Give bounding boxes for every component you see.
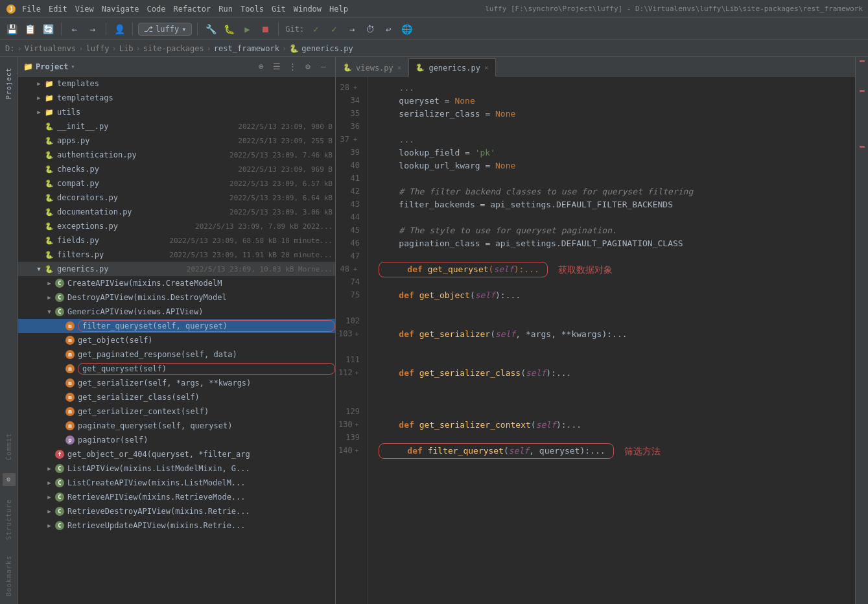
git-check1[interactable]: ✓ <box>308 21 323 37</box>
bc-lib[interactable]: Lib <box>119 44 134 53</box>
tree-exceptions[interactable]: ▶ 🐍 exceptions.py 2022/5/13 23:09, 7.89 … <box>18 219 335 233</box>
code-editor[interactable]: ... queryset = None serializer_class = N… <box>368 76 855 604</box>
panel-hide-btn[interactable]: — <box>317 60 330 73</box>
tree-get-paginated[interactable]: ▶ m get_paginated_response(self, data) <box>18 347 335 362</box>
bc-rest-framework[interactable]: rest_framework <box>214 44 279 53</box>
tree-filters[interactable]: ▶ 🐍 filters.py 2022/5/13 23:09, 11.91 kB… <box>18 248 335 262</box>
user-btn[interactable]: 👤 <box>111 21 127 37</box>
bc-site-packages[interactable]: site-packages <box>143 44 204 53</box>
tree-generic-api-view[interactable]: ▼ C GenericAPIView(views.APIView) <box>18 305 335 319</box>
menu-help[interactable]: Help <box>329 5 348 14</box>
git-check2[interactable]: ✓ <box>326 21 342 37</box>
tree-destroy-api-view[interactable]: ▶ C DestroyAPIView(mixins.DestroyModel <box>18 290 335 305</box>
tree-retrieve-update[interactable]: ▶ C RetrieveUpdateAPIView(mixins.Retrie.… <box>18 518 335 533</box>
tab-generics[interactable]: 🐍 generics.py × <box>408 58 495 76</box>
tab-views-close[interactable]: × <box>397 64 402 72</box>
back-btn[interactable]: ← <box>67 21 82 37</box>
fold-28[interactable]: + <box>351 84 360 93</box>
bc-d[interactable]: D: <box>5 44 14 53</box>
sidebar-structure-label[interactable]: Structure <box>3 496 15 542</box>
meta-fields: 2022/5/13 23:09, 68.58 kB 18 minute... <box>169 237 333 245</box>
stop-btn[interactable]: ⏹ <box>257 21 273 37</box>
sidebar-icon-btn[interactable]: ⚙ <box>3 473 16 486</box>
icon-paginator: p <box>65 435 75 445</box>
fold-140[interactable]: + <box>354 447 360 456</box>
code-48-def: def get_queryset(self):... <box>387 264 539 274</box>
icon-get-obj-404: f <box>54 449 65 459</box>
ln-111: 111 <box>338 354 365 367</box>
tree-get-serializer-context[interactable]: ▶ m get_serializer_context(self) <box>18 404 335 419</box>
tree-decorators[interactable]: ▶ 🐍 decorators.py 2022/5/13 23:09, 6.64 … <box>18 191 335 205</box>
sidebar-bookmarks-label[interactable]: Bookmarks <box>3 553 15 599</box>
tree-create-api-view[interactable]: ▶ C CreateAPIView(mixins.CreateModelM <box>18 276 335 290</box>
bc-virtualenvs[interactable]: Virtualenvs <box>25 44 76 53</box>
tree-documentation[interactable]: ▶ 🐍 documentation.py 2022/5/13 23:09, 3.… <box>18 205 335 219</box>
panel-collapse-btn[interactable]: ⋮ <box>286 60 299 73</box>
menu-edit[interactable]: Edit <box>49 5 67 14</box>
tree-get-serializer-class[interactable]: ▶ m get_serializer_class(self) <box>18 390 335 404</box>
panel-add-btn[interactable]: ⊕ <box>255 60 268 73</box>
tree-filter-queryset[interactable]: ▶ m filter_queryset(self, queryset) <box>18 319 335 333</box>
menu-window[interactable]: Window <box>294 5 322 14</box>
tree-checks[interactable]: ▶ 🐍 checks.py 2022/5/13 23:09, 969 B <box>18 162 335 176</box>
sync-btn[interactable]: 🔄 <box>40 21 56 37</box>
git-timer[interactable]: ⏱ <box>362 21 378 37</box>
fold-48[interactable]: + <box>351 265 360 274</box>
branch-selector[interactable]: ⎇ luffy ▾ <box>138 23 192 36</box>
menu-navigate[interactable]: Navigate <box>102 5 139 14</box>
tree-fields[interactable]: ▶ 🐍 fields.py 2022/5/13 23:09, 68.58 kB … <box>18 233 335 248</box>
menu-code[interactable]: Code <box>147 5 166 14</box>
sidebar-project-label[interactable]: Project <box>3 65 15 102</box>
tree-utils[interactable]: ▶ 📁 utils <box>18 105 335 119</box>
menu-file[interactable]: File <box>22 5 41 14</box>
fold-112[interactable]: + <box>354 369 360 378</box>
tree-paginate-queryset[interactable]: ▶ m paginate_queryset(self, queryset) <box>18 419 335 433</box>
fold-130[interactable]: + <box>354 421 360 430</box>
tree-retrieve-api-view[interactable]: ▶ C RetrieveAPIView(mixins.RetrieveMode.… <box>18 490 335 504</box>
fold-103[interactable]: + <box>354 330 360 339</box>
debug-btn[interactable]: 🐛 <box>221 21 237 37</box>
panel-settings-btn[interactable]: ⚙ <box>301 60 314 73</box>
menu-run[interactable]: Run <box>218 5 233 14</box>
tree-list-create-api-view[interactable]: ▶ C ListCreateAPIView(mixins.ListModelM.… <box>18 476 335 490</box>
meta-decorators: 2022/5/13 23:09, 6.64 kB <box>229 194 333 202</box>
tree-apps[interactable]: ▶ 🐍 apps.py 2022/5/13 23:09, 255 B <box>18 134 335 148</box>
menu-view[interactable]: View <box>75 5 94 14</box>
copy-btn[interactable]: 📋 <box>22 21 38 37</box>
git-undo[interactable]: ↩ <box>381 21 396 37</box>
tree-authentication[interactable]: ▶ 🐍 authentication.py 2022/5/13 23:09, 7… <box>18 148 335 162</box>
tree-init[interactable]: ▶ 🐍 __init__.py 2022/5/13 23:09, 980 B <box>18 119 335 134</box>
save-btn[interactable]: 💾 <box>4 21 19 37</box>
bc-luffy[interactable]: luffy <box>86 44 109 53</box>
code-42: # The filter backend classes to use for … <box>379 185 693 199</box>
tree-get-queryset[interactable]: ▶ m get_queryset(self) <box>18 362 335 376</box>
forward-btn[interactable]: → <box>85 21 100 37</box>
run-config-btn[interactable]: 🔧 <box>203 21 218 37</box>
tree-templatetags[interactable]: ▶ 📁 templatetags <box>18 91 335 105</box>
tab-views[interactable]: 🐍 views.py × <box>336 58 408 76</box>
tree-templates[interactable]: ▶ 📁 templates <box>18 76 335 91</box>
menu-git[interactable]: Git <box>272 5 286 14</box>
tree-generics[interactable]: ▼ 🐍 generics.py 2022/5/13 23:09, 10.03 k… <box>18 262 335 276</box>
tab-generics-close[interactable]: × <box>484 64 489 72</box>
tree-paginator[interactable]: ▶ p paginator(self) <box>18 433 335 447</box>
panel-list-btn[interactable]: ☰ <box>270 60 283 73</box>
label-paginate-queryset: paginate_queryset(self, queryset) <box>78 421 335 430</box>
tree-get-obj-404[interactable]: ▶ f get_object_or_404(queryset, *filter_… <box>18 447 335 461</box>
menu-bar[interactable]: File Edit View Navigate Code Refactor Ru… <box>22 5 485 14</box>
translate-btn[interactable]: 🌐 <box>399 21 414 37</box>
tree-compat[interactable]: ▶ 🐍 compat.py 2022/5/13 23:09, 6.57 kB <box>18 176 335 191</box>
tree-get-object[interactable]: ▶ m get_object(self) <box>18 333 335 347</box>
tree-list-api-view[interactable]: ▶ C ListAPIView(mixins.ListModelMixin, G… <box>18 461 335 476</box>
git-push[interactable]: → <box>344 21 360 37</box>
menu-tools[interactable]: Tools <box>240 5 264 14</box>
fold-37[interactable]: + <box>351 135 360 145</box>
icon-get-serializer-class: m <box>65 392 75 402</box>
tree-get-serializer[interactable]: ▶ m get_serializer(self, *args, **kwargs… <box>18 376 335 390</box>
run-btn[interactable]: ▶ <box>239 21 255 37</box>
tree-retrieve-destroy[interactable]: ▶ C RetrieveDestroyAPIView(mixins.Retrie… <box>18 504 335 518</box>
sidebar-commit-label[interactable]: Commit <box>3 430 15 463</box>
menu-refactor[interactable]: Refactor <box>173 5 211 14</box>
bc-generics[interactable]: generics.py <box>301 44 353 53</box>
panel-dropdown-arrow[interactable]: ▾ <box>71 63 75 70</box>
